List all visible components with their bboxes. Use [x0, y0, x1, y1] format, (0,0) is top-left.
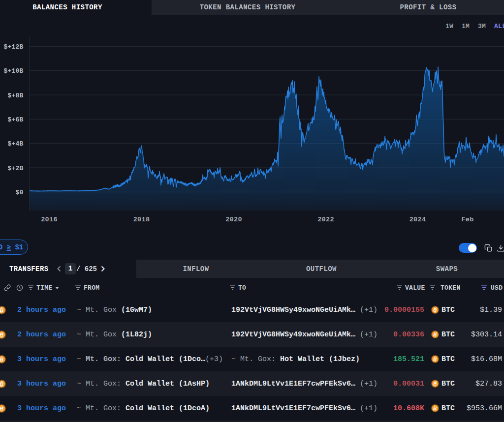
- svg-text:2020: 2020: [225, 216, 242, 223]
- svg-text:2018: 2018: [133, 216, 150, 223]
- svg-text:$0: $0: [15, 189, 23, 196]
- svg-text:$+6B: $+6B: [7, 116, 23, 123]
- svg-text:$+2B: $+2B: [7, 165, 23, 172]
- svg-text:$+10B: $+10B: [3, 67, 23, 75]
- svg-text:2022: 2022: [317, 216, 334, 223]
- svg-text:Feb: Feb: [461, 216, 473, 223]
- svg-text:$+8B: $+8B: [7, 92, 23, 99]
- svg-text:2024: 2024: [410, 216, 426, 223]
- svg-text:$+12B: $+12B: [3, 43, 23, 51]
- svg-text:2016: 2016: [41, 216, 58, 223]
- svg-text:$+4B: $+4B: [7, 140, 23, 148]
